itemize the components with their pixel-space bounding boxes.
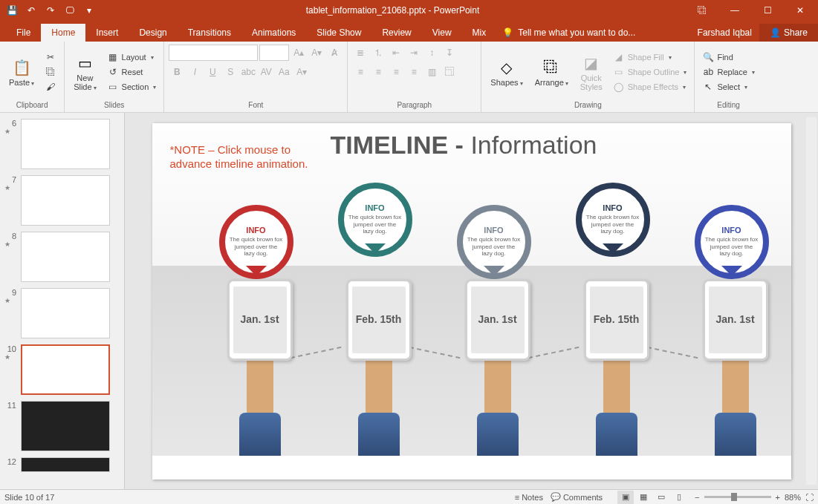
font-color-button[interactable]: A▾	[293, 64, 310, 80]
justify-icon[interactable]: ≡	[406, 64, 422, 80]
clear-format-icon[interactable]: A̷	[326, 45, 343, 61]
redo-icon[interactable]: ↷	[42, 1, 59, 19]
layout-button[interactable]: ▦Layout▾	[104, 50, 160, 64]
tab-design[interactable]: Design	[129, 24, 177, 42]
quick-styles-button[interactable]: ◪Quick Styles	[576, 45, 607, 99]
tab-insert[interactable]: Insert	[85, 24, 129, 42]
tell-me-search[interactable]: 💡Tell me what you want to do...	[496, 24, 641, 42]
indent-inc-icon[interactable]: ⇥	[406, 45, 422, 61]
select-button[interactable]: ↖Select▾	[699, 80, 757, 94]
close-button[interactable]: ✕	[785, 1, 815, 19]
zoom-in-button[interactable]: +	[776, 493, 780, 502]
fit-to-window-icon[interactable]: ⛶	[805, 493, 814, 502]
indent-dec-icon[interactable]: ⇤	[388, 45, 404, 61]
zoom-level[interactable]: 88%	[785, 493, 801, 502]
thumb-12[interactable]: 12	[0, 454, 124, 475]
share-icon: 👤	[770, 27, 781, 38]
new-slide-button[interactable]: ▭New Slide▾	[69, 45, 100, 99]
tab-transitions[interactable]: Transitions	[178, 24, 241, 42]
start-from-beginning-icon[interactable]: 🖵	[61, 1, 79, 19]
section-button[interactable]: ▭Section▾	[104, 80, 160, 94]
paste-button[interactable]: 📋Paste▾	[4, 45, 39, 99]
zoom-out-button[interactable]: −	[695, 493, 699, 502]
hand-4[interactable]: Feb. 15th	[568, 301, 665, 457]
slide-canvas[interactable]: TIMELINE - Information *NOTE – Click mou…	[152, 123, 791, 480]
thumb-7[interactable]: 7★	[0, 172, 124, 229]
thumb-11[interactable]: 11	[0, 398, 124, 454]
italic-button[interactable]: I	[186, 64, 203, 80]
smartart-icon[interactable]: ⿹	[441, 64, 458, 80]
case-button[interactable]: Aa	[276, 64, 292, 80]
pin-1[interactable]: INFOThe quick brown fox jumped over the …	[219, 205, 308, 279]
undo-icon[interactable]: ↶	[22, 1, 40, 19]
tab-mix[interactable]: Mix	[462, 24, 497, 42]
copy-button[interactable]: ⿻	[42, 65, 59, 79]
thumb-8[interactable]: 8★	[0, 229, 124, 285]
qat-customize-icon[interactable]: ▾	[80, 1, 98, 19]
tab-animations[interactable]: Animations	[241, 24, 306, 42]
pin-5[interactable]: INFOThe quick brown fox jumped over the …	[695, 205, 784, 279]
minimize-button[interactable]: —	[720, 1, 750, 19]
slide-indicator[interactable]: Slide 10 of 17	[4, 493, 515, 502]
shadow-button[interactable]: abc	[240, 64, 256, 80]
normal-view-icon[interactable]: ▣	[617, 491, 634, 504]
align-left-icon[interactable]: ≡	[352, 64, 369, 80]
tab-home[interactable]: Home	[41, 24, 85, 42]
strike-button[interactable]: S	[222, 64, 238, 80]
cut-button[interactable]: ✂	[42, 50, 59, 64]
columns-icon[interactable]: ▥	[423, 64, 440, 80]
format-painter-button[interactable]: 🖌	[42, 80, 59, 94]
pin-4[interactable]: INFOThe quick brown fox jumped over the …	[576, 183, 665, 257]
shape-outline-button[interactable]: ▭Shape Outline▾	[610, 65, 690, 79]
slide-title[interactable]: TIMELINE - Information	[331, 131, 597, 160]
shape-effects-button[interactable]: ◯Shape Effects▾	[610, 80, 690, 94]
hand-2[interactable]: Feb. 15th	[331, 301, 427, 457]
tab-view[interactable]: View	[422, 24, 462, 42]
sorter-view-icon[interactable]: ▦	[635, 491, 652, 504]
increase-font-icon[interactable]: A▴	[290, 45, 307, 61]
find-button[interactable]: 🔍Find	[699, 50, 757, 64]
arrange-button[interactable]: ⿻Arrange▾	[530, 45, 573, 99]
reading-view-icon[interactable]: ▭	[653, 491, 669, 504]
account-name[interactable]: Farshad Iqbal	[690, 24, 759, 42]
spacing-button[interactable]: AV	[258, 64, 274, 80]
bullets-icon[interactable]: ≣	[352, 45, 369, 61]
decrease-font-icon[interactable]: A▾	[308, 45, 325, 61]
notes-button[interactable]: ≡Notes	[515, 492, 543, 502]
slide-note[interactable]: *NOTE – Click mouse to advance timeline …	[170, 143, 319, 171]
shape-fill-button[interactable]: ◢Shape Fill▾	[610, 50, 690, 64]
align-right-icon[interactable]: ≡	[388, 64, 404, 80]
bold-button[interactable]: B	[169, 64, 185, 80]
numbering-icon[interactable]: ⒈	[370, 45, 386, 61]
thumb-6[interactable]: 6★	[0, 116, 124, 172]
pin-3[interactable]: INFOThe quick brown fox jumped over the …	[457, 205, 546, 279]
replace-button[interactable]: abReplace▾	[699, 65, 757, 79]
comments-button[interactable]: 💬Comments	[551, 492, 603, 502]
share-button[interactable]: 👤Share	[759, 24, 818, 42]
slide-thumbnails[interactable]: 6★ 7★ 8★ 9★ 10★ 11 12	[0, 113, 125, 489]
tab-review[interactable]: Review	[371, 24, 421, 42]
slideshow-view-icon[interactable]: ▯	[671, 491, 687, 504]
ribbon-options-icon[interactable]: ⿻	[687, 1, 717, 19]
font-size-input[interactable]	[259, 45, 289, 61]
align-center-icon[interactable]: ≡	[370, 64, 386, 80]
thumb-9[interactable]: 9★	[0, 285, 124, 341]
thumb-10[interactable]: 10★	[0, 341, 124, 398]
reset-button[interactable]: ↺Reset	[104, 65, 160, 79]
text-direction-icon[interactable]: ↧	[441, 45, 458, 61]
tab-slideshow[interactable]: Slide Show	[306, 24, 371, 42]
hand-1[interactable]: Jan. 1st	[212, 279, 308, 457]
slide-editor[interactable]: TIMELINE - Information *NOTE – Click mou…	[125, 113, 818, 489]
shapes-button[interactable]: ◇Shapes▾	[486, 45, 527, 99]
hand-5[interactable]: Jan. 1st	[687, 279, 784, 457]
underline-button[interactable]: U	[204, 64, 221, 80]
font-name-input[interactable]	[169, 45, 258, 61]
line-spacing-icon[interactable]: ↕	[423, 45, 440, 61]
hand-3[interactable]: Jan. 1st	[449, 279, 546, 457]
pin-2[interactable]: INFOThe quick brown fox jumped over the …	[338, 183, 427, 257]
zoom-slider[interactable]	[704, 496, 771, 498]
save-icon[interactable]: 💾	[3, 1, 21, 19]
tab-file[interactable]: File	[6, 24, 41, 42]
maximize-button[interactable]: ☐	[753, 1, 782, 19]
vertical-scrollbar[interactable]	[806, 117, 817, 485]
